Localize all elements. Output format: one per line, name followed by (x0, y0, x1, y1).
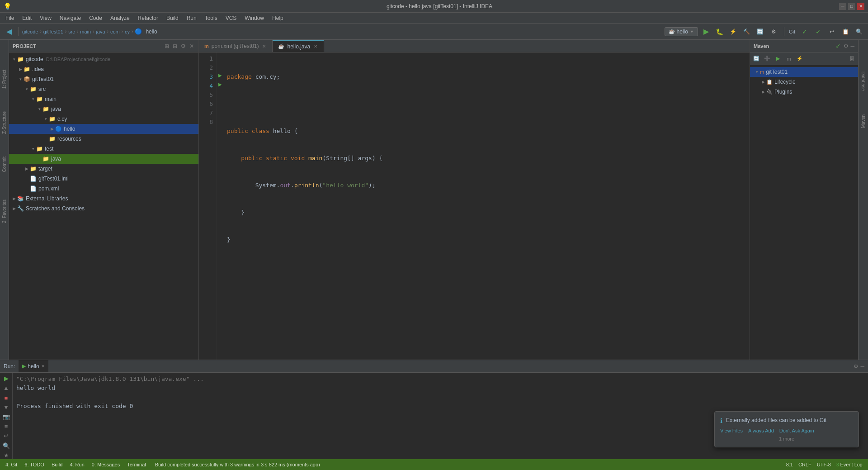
panel-settings-button[interactable]: ⚙ (854, 363, 859, 370)
maven-lifecycle-button[interactable]: m (784, 54, 793, 63)
breadcrumb-cy[interactable]: cy (125, 29, 130, 34)
rerun-button[interactable]: ▶ (1, 375, 11, 382)
git-update-button[interactable]: ↩ (826, 26, 837, 37)
sync-button[interactable]: 🔄 (755, 26, 766, 37)
status-run[interactable]: 4: Run (68, 462, 86, 467)
sidebar-tab-structure[interactable]: Z-Structure (1, 109, 8, 137)
menu-refactor[interactable]: Refactor (134, 14, 162, 22)
maven-plugin-button[interactable]: ⚡ (795, 54, 804, 63)
maven-settings-button[interactable]: ⚙ (844, 43, 849, 49)
menu-analyze[interactable]: Analyze (107, 14, 133, 22)
breadcrumb-src[interactable]: src (68, 29, 75, 34)
right-tab-maven[interactable]: Maven (860, 112, 867, 131)
right-tab-database[interactable]: Database (860, 69, 867, 94)
breadcrumb-main[interactable]: main (80, 29, 91, 34)
back-button[interactable]: ◀ (4, 26, 14, 37)
tab-pom-close[interactable]: ✕ (261, 43, 267, 49)
tab-hello[interactable]: ☕ hello.java ✕ (273, 40, 324, 52)
tree-item-pom[interactable]: ▶ 📄 pom.xml (9, 184, 198, 194)
tree-item-idea[interactable]: ▶ 📁 .idea (9, 64, 198, 74)
tree-item-external-libs[interactable]: ▶ 📚 External Libraries (9, 194, 198, 204)
run-configuration[interactable]: ☕ hello ▼ (665, 27, 698, 36)
panel-minimize-button[interactable]: ─ (860, 363, 864, 370)
breadcrumb-gitcode[interactable]: gitcode (22, 29, 38, 34)
tree-item-src[interactable]: ▾ 📁 src (9, 84, 198, 94)
maven-item-lifecycle[interactable]: ▶ 📋 Lifecycle (750, 77, 858, 87)
filter-button[interactable]: 🔍 (1, 442, 11, 450)
search-everywhere-button[interactable]: 🔍 (854, 26, 864, 37)
tab-pom[interactable]: m pom.xml (gitTest01) ✕ (199, 40, 273, 52)
tab-hello-close[interactable]: ✕ (313, 43, 318, 49)
git-push-button[interactable]: ✓ (813, 26, 824, 37)
pin-button[interactable]: ★ (1, 451, 11, 459)
scroll-up-button[interactable]: ▲ (1, 384, 11, 392)
sidebar-expand-all-button[interactable]: ⊞ (164, 42, 170, 50)
maven-db-button[interactable]: 🗄 (847, 54, 856, 63)
tree-item-target[interactable]: ▶ 📁 target (9, 164, 198, 174)
maven-item-root[interactable]: ▾ m gitTest01 (750, 67, 858, 77)
breadcrumb-java[interactable]: java (96, 29, 105, 34)
code-editor[interactable]: package com.cy; public class hello { pub… (223, 52, 750, 360)
tree-item-java[interactable]: ▾ 📁 java (9, 104, 198, 114)
screenshot-button[interactable]: 📷 (1, 413, 11, 421)
status-terminal[interactable]: Terminal (125, 462, 148, 467)
notification-always-add-link[interactable]: Always Add (748, 428, 774, 433)
notification-dont-ask-link[interactable]: Don't Ask Again (779, 428, 814, 433)
tree-item-ccy[interactable]: ▾ 📁 c.cy (9, 114, 198, 124)
build-button[interactable]: 🔨 (741, 26, 752, 37)
git-vcs-button[interactable]: 📋 (840, 26, 851, 37)
run-tab-close[interactable]: ✕ (41, 364, 45, 369)
notification-more[interactable]: 1 more (720, 436, 853, 442)
status-event-log[interactable]: 3 Event Log (835, 462, 864, 467)
menu-help[interactable]: Help (269, 14, 287, 22)
sidebar-tab-favorites[interactable]: 2: Favorites (1, 197, 8, 226)
debug-button[interactable]: 🐛 (714, 26, 725, 37)
status-todo[interactable]: 6: TODO (23, 462, 46, 467)
status-messages[interactable]: 0: Messages (90, 462, 122, 467)
sidebar-tab-project[interactable]: 1: Project (1, 67, 8, 91)
maven-refresh-button[interactable]: 🔄 (752, 54, 761, 63)
menu-vcs[interactable]: VCS (222, 14, 241, 22)
sidebar-close-button[interactable]: ✕ (189, 42, 195, 50)
menu-navigate[interactable]: Navigate (56, 14, 85, 22)
tree-item-resources[interactable]: ▶ 📁 resources (9, 134, 198, 144)
tree-item-main[interactable]: ▾ 📁 main (9, 94, 198, 104)
breadcrumb-gitTest01[interactable]: gitTest01 (43, 29, 63, 34)
tree-item-test-java[interactable]: ▶ 📁 java (9, 154, 198, 164)
menu-file[interactable]: File (2, 14, 18, 22)
close-button[interactable]: ✕ (857, 3, 864, 10)
sidebar-tab-commit[interactable]: Commit (1, 154, 8, 175)
tree-item-gitcode[interactable]: ▾ 📁 gitcode D:\IDEAProject\danel\gitcode (9, 54, 198, 64)
maven-item-plugins[interactable]: ▶ 🔌 Plugins (750, 87, 858, 97)
tree-item-test[interactable]: ▾ 📁 test (9, 144, 198, 154)
menu-run[interactable]: Run (183, 14, 200, 22)
maven-run-button[interactable]: ▶ (774, 54, 783, 63)
maven-minimize-button[interactable]: ─ (850, 43, 854, 49)
stop-button[interactable]: ■ (1, 394, 11, 401)
git-check-button[interactable]: ✓ (799, 26, 810, 37)
tree-item-gitTest01[interactable]: ▾ 📦 gitTest01 (9, 74, 198, 84)
run-button[interactable]: ▶ (701, 26, 712, 37)
breadcrumb-com[interactable]: com (110, 29, 120, 34)
wrap-button[interactable]: ↵ (1, 432, 11, 440)
status-encoding[interactable]: UTF-8 (815, 462, 833, 467)
tree-item-iml[interactable]: ▶ 📄 gitTest01.iml (9, 174, 198, 184)
tree-item-hello[interactable]: ▶ 🔵 hello (9, 124, 198, 134)
status-line-sep[interactable]: CRLF (797, 462, 813, 467)
run-with-coverage-button[interactable]: ⚡ (728, 26, 739, 37)
notification-view-files-link[interactable]: View Files (720, 428, 743, 433)
status-position[interactable]: 8:1 (784, 462, 795, 467)
menu-edit[interactable]: Edit (19, 14, 35, 22)
menu-code[interactable]: Code (85, 14, 106, 22)
scroll-down-button[interactable]: ▼ (1, 404, 11, 411)
run-tab-hello[interactable]: ▶ hello ✕ (19, 360, 48, 372)
gutter-4-run[interactable]: ▶ (217, 80, 223, 89)
sidebar-settings-button[interactable]: ⚙ (180, 42, 187, 50)
menu-build[interactable]: Build (163, 14, 182, 22)
maximize-button[interactable]: □ (848, 3, 855, 10)
sidebar-collapse-all-button[interactable]: ⊟ (172, 42, 178, 50)
list-button[interactable]: ≡ (1, 423, 11, 430)
minimize-button[interactable]: ─ (839, 3, 846, 10)
menu-tools[interactable]: Tools (201, 14, 221, 22)
menu-view[interactable]: View (36, 14, 55, 22)
